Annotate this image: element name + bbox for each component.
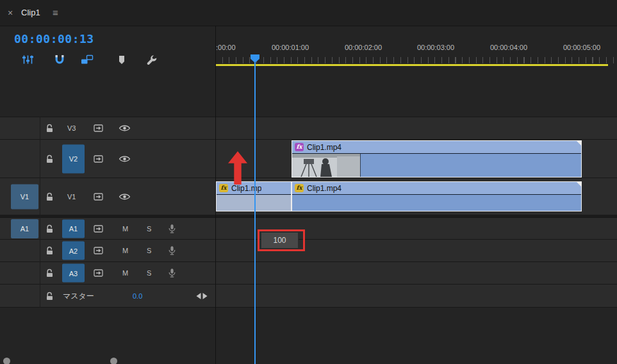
linked-selection-icon[interactable]: [80, 54, 94, 65]
clip-label: Clip1.mp4: [307, 184, 341, 193]
fx-badge[interactable]: fx: [295, 143, 304, 151]
track-row-a1: A1 A1 M S: [0, 217, 617, 239]
panel-tab-bar: × Clip1 ≡: [0, 0, 617, 26]
mute-button[interactable]: M: [122, 269, 128, 277]
master-level-value[interactable]: 0.0: [133, 292, 142, 300]
track-name-v3[interactable]: V3: [67, 124, 76, 132]
patch-column-divider: [40, 117, 40, 308]
ruler-ticks: [215, 57, 617, 63]
pan-icon[interactable]: [196, 293, 208, 299]
clip-end-notch: [576, 181, 582, 187]
ruler-label: 00:00:05:00: [563, 44, 600, 51]
premiere-timeline-panel: × Clip1 ≡ 00:00:00:13 :00:00: [0, 0, 617, 364]
ruler-label: 00:00:02:00: [345, 44, 382, 51]
mute-button[interactable]: M: [122, 225, 128, 233]
solo-button[interactable]: S: [147, 247, 151, 254]
track-output-eye-icon[interactable]: [119, 193, 131, 201]
timeline-tools-icon[interactable]: [145, 54, 159, 65]
header-timeline-divider[interactable]: [215, 26, 216, 364]
fx-badge[interactable]: fx: [219, 184, 228, 192]
sliders-icon: [22, 54, 34, 65]
clip-body: [217, 195, 291, 211]
clip-v1-left[interactable]: fx Clip1.mp: [216, 181, 292, 211]
sync-lock-icon[interactable]: [94, 154, 104, 163]
scrollbar-handle[interactable]: [3, 358, 10, 364]
track-name-a3-targeted[interactable]: A3: [62, 264, 85, 283]
track-name-v2-targeted[interactable]: V2: [62, 144, 85, 173]
snap-magnet-icon[interactable]: [53, 54, 67, 65]
clip-end-notch: [576, 140, 582, 146]
track-row-master: マスター 0.0: [0, 284, 617, 308]
panel-menu-icon[interactable]: ≡: [53, 7, 58, 18]
clip-v2-clip1[interactable]: fx Clip1.mp4: [292, 140, 582, 178]
wrench-icon: [147, 54, 158, 65]
source-patch-v1[interactable]: V1: [11, 184, 38, 209]
sync-lock-icon[interactable]: [94, 124, 104, 133]
clip-body: [292, 195, 581, 211]
voiceover-record-mic-icon[interactable]: [169, 269, 176, 278]
sync-lock-icon[interactable]: [94, 269, 104, 277]
voiceover-record-mic-icon[interactable]: [169, 246, 176, 256]
marker-icon: [118, 55, 126, 65]
track-row-a3: A3 M S: [0, 261, 617, 284]
clip-title-bar: fx Clip1.mp4: [292, 182, 581, 195]
playhead-line: [254, 54, 256, 364]
add-marker-icon[interactable]: [115, 54, 129, 65]
timeline-display-settings-icon[interactable]: [21, 54, 35, 65]
lock-icon[interactable]: [45, 292, 54, 301]
clip-label: Clip1.mp: [231, 184, 261, 193]
track-output-eye-icon[interactable]: [119, 124, 131, 132]
track-name-a1-targeted[interactable]: A1: [62, 219, 85, 238]
lock-icon[interactable]: [45, 246, 54, 255]
track-name-v1[interactable]: V1: [67, 193, 76, 201]
scrollbar-handle[interactable]: [110, 358, 117, 364]
source-patch-a1[interactable]: A1: [11, 219, 38, 238]
voiceover-record-mic-icon[interactable]: [169, 224, 176, 233]
mute-button[interactable]: M: [122, 247, 128, 254]
clip-title-bar: fx Clip1.mp4: [292, 141, 581, 154]
clip-title-bar: fx Clip1.mp: [217, 182, 291, 195]
ruler-label: 00:00:03:00: [417, 44, 454, 51]
lock-icon[interactable]: [45, 154, 54, 163]
ruler-label: 00:00:04:00: [490, 44, 527, 51]
sync-lock-icon[interactable]: [94, 247, 104, 255]
lock-icon[interactable]: [45, 269, 54, 277]
ruler-label: 00:00:01:00: [272, 44, 309, 51]
sync-lock-icon[interactable]: [94, 224, 104, 233]
playhead-timecode[interactable]: 00:00:00:13: [14, 32, 94, 46]
clip-label: Clip1.mp4: [307, 143, 341, 152]
video-audio-divider[interactable]: [0, 215, 617, 217]
track-output-eye-icon[interactable]: [119, 155, 131, 163]
lock-icon[interactable]: [45, 192, 54, 201]
sync-lock-icon[interactable]: [94, 192, 104, 201]
track-row-v3: V3: [0, 117, 617, 139]
close-icon[interactable]: ×: [8, 8, 13, 18]
lock-icon[interactable]: [45, 224, 54, 233]
track-row-a2: A2 M S: [0, 239, 617, 261]
master-track-name[interactable]: マスター: [63, 290, 94, 301]
sequence-tab-title[interactable]: Clip1: [21, 8, 40, 17]
clip-v1-right[interactable]: fx Clip1.mp4: [292, 181, 582, 211]
lock-icon[interactable]: [45, 124, 54, 133]
linked-clips-icon: [81, 54, 94, 65]
ruler-label: :00:00: [216, 44, 236, 51]
solo-button[interactable]: S: [147, 225, 151, 233]
clip-thumbnail: [292, 154, 361, 177]
fx-badge[interactable]: fx: [295, 184, 304, 192]
annotation-highlight-box: [258, 229, 305, 251]
solo-button[interactable]: S: [147, 269, 151, 277]
magnet-icon: [54, 54, 65, 65]
track-name-a2-targeted[interactable]: A2: [62, 242, 85, 260]
work-area-bar[interactable]: [215, 64, 608, 66]
